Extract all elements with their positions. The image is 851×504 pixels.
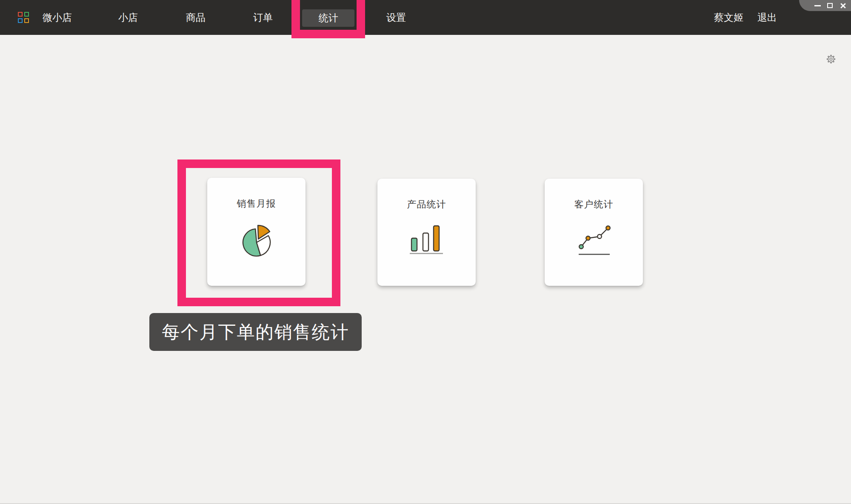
card-product-stats[interactable]: 产品统计 xyxy=(377,179,476,286)
logo-square-blue xyxy=(18,18,23,23)
annotation-tooltip: 每个月下单的销售统计 xyxy=(149,313,362,351)
nav-item-stats-active[interactable]: 统计 xyxy=(302,9,354,27)
card-title: 销售月报 xyxy=(207,197,306,210)
bar-chart-icon xyxy=(408,224,445,257)
nav-user-name[interactable]: 蔡文姬 xyxy=(714,0,743,35)
minimize-button[interactable] xyxy=(814,3,820,9)
nav-item-settings[interactable]: 设置 xyxy=(386,0,406,35)
card-customer-stats[interactable]: 客户统计 xyxy=(545,179,643,286)
maximize-icon xyxy=(827,3,833,8)
top-nav-bar: 微小店 小店 商品 订单 统计 设置 蔡文姬 退出 xyxy=(0,0,851,35)
gear-icon[interactable] xyxy=(825,54,837,65)
logo-square-orange xyxy=(24,18,29,23)
logo-square-green xyxy=(24,12,29,17)
card-sales-monthly-report[interactable]: 销售月报 xyxy=(207,178,306,286)
nav-logout-button[interactable]: 退出 xyxy=(757,0,777,35)
nav-item-orders[interactable]: 订单 xyxy=(253,0,273,35)
app-logo-icon[interactable] xyxy=(18,12,29,23)
pie-chart-icon xyxy=(241,224,272,259)
nav-item-shop[interactable]: 小店 xyxy=(118,0,138,35)
maximize-button[interactable] xyxy=(827,3,833,9)
nav-item-products[interactable]: 商品 xyxy=(186,0,206,35)
card-title: 产品统计 xyxy=(377,198,476,211)
nav-brand-weixiaodian[interactable]: 微小店 xyxy=(43,0,72,35)
close-button[interactable] xyxy=(840,3,846,9)
line-chart-icon xyxy=(576,224,613,259)
minimize-icon xyxy=(814,5,821,6)
window-controls xyxy=(799,0,851,11)
app-window: 微小店 小店 商品 订单 统计 设置 蔡文姬 退出 xyxy=(0,0,851,504)
logo-square-red xyxy=(18,12,23,17)
card-title: 客户统计 xyxy=(545,198,643,211)
close-icon xyxy=(840,3,846,9)
